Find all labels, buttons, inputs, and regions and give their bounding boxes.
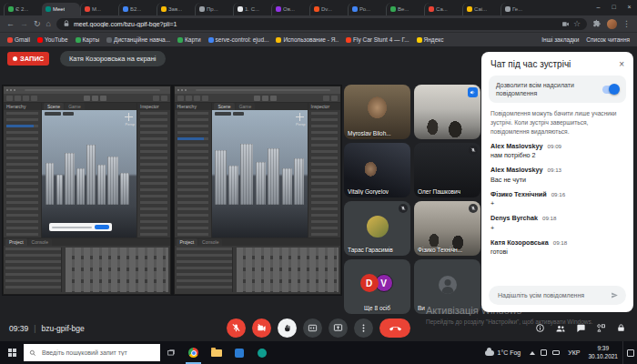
unity-tool-icon[interactable] bbox=[6, 96, 13, 101]
unity-view-options[interactable] bbox=[63, 112, 74, 116]
captions-button[interactable] bbox=[303, 318, 322, 338]
participant-tile-myroslav[interactable]: Myroslav Biloh... bbox=[344, 85, 410, 139]
browser-tab[interactable]: Є 2... bbox=[4, 3, 42, 15]
profile-avatar[interactable] bbox=[607, 19, 617, 29]
participant-tile-you[interactable]: Ви bbox=[414, 259, 480, 314]
toast-action-button[interactable] bbox=[95, 225, 109, 229]
unity-tool-icon[interactable] bbox=[31, 96, 37, 101]
more-options-button[interactable] bbox=[354, 318, 373, 338]
start-button[interactable] bbox=[0, 341, 24, 364]
close-icon[interactable]: × bbox=[619, 60, 624, 69]
taskbar-app-chrome[interactable] bbox=[182, 341, 205, 364]
raise-hand-button[interactable] bbox=[278, 318, 297, 338]
participant-tile-classroom[interactable] bbox=[414, 85, 480, 139]
browser-tab[interactable]: Ов... bbox=[271, 3, 309, 15]
unity-step-icon[interactable] bbox=[100, 96, 106, 101]
tray-expand-icon[interactable] bbox=[530, 351, 535, 355]
orientation-gizmo-icon[interactable] bbox=[296, 113, 304, 121]
unity-tool-icon[interactable] bbox=[161, 96, 167, 101]
bookmark-item[interactable]: Карти bbox=[177, 36, 200, 43]
taskbar-weather[interactable]: 1°C Fog bbox=[480, 349, 525, 356]
browser-tab[interactable]: Ро... bbox=[348, 3, 386, 15]
taskbar-app-explorer[interactable] bbox=[205, 341, 228, 364]
participant-tile-vitaliy[interactable]: Vitaliy Goryelov bbox=[344, 143, 410, 197]
unity-inspector-list[interactable] bbox=[140, 112, 167, 236]
chat-message-list[interactable]: Alex Maslovskyy09:09 нам потрібно 2 Alex… bbox=[481, 140, 633, 281]
browser-tab[interactable]: Зав... bbox=[157, 3, 195, 15]
reload-icon[interactable]: ↻ bbox=[34, 20, 41, 28]
browser-tab[interactable]: Са... bbox=[424, 3, 462, 15]
unity-scene-tab[interactable]: Scene bbox=[214, 103, 234, 110]
unity-step-icon[interactable] bbox=[270, 96, 277, 101]
unity-play-icon[interactable] bbox=[254, 96, 260, 101]
unity-tool-icon[interactable] bbox=[153, 96, 159, 101]
chat-icon[interactable] bbox=[576, 323, 586, 333]
tray-network-icon[interactable] bbox=[541, 349, 547, 356]
browser-tab[interactable]: Dv... bbox=[309, 3, 348, 15]
send-icon[interactable] bbox=[611, 291, 619, 299]
unity-play-icon[interactable] bbox=[84, 96, 90, 101]
browser-tab[interactable]: Б2... bbox=[118, 3, 157, 15]
end-call-button[interactable] bbox=[379, 318, 410, 338]
unity-shading-dropdown[interactable] bbox=[215, 112, 231, 116]
unity-asset-grid[interactable] bbox=[66, 248, 167, 292]
unity-asset-grid[interactable] bbox=[237, 248, 339, 292]
present-screen-button[interactable] bbox=[329, 318, 348, 338]
window-close-button[interactable]: × bbox=[622, 0, 637, 14]
unity-shading-dropdown[interactable] bbox=[45, 112, 61, 116]
bookmark-item[interactable]: Дистанційне навча... bbox=[106, 36, 170, 43]
home-icon[interactable]: ⌂ bbox=[46, 20, 51, 28]
browser-tab[interactable]: Саі... bbox=[462, 3, 500, 15]
window-maximize-button[interactable]: □ bbox=[606, 0, 622, 14]
unity-tool-icon[interactable] bbox=[15, 96, 21, 101]
unity-scene-tab[interactable]: Scene bbox=[44, 103, 64, 110]
unity-project-tab[interactable]: Project bbox=[5, 238, 27, 246]
unity-tool-icon[interactable] bbox=[186, 96, 192, 101]
bookmark-item[interactable]: Использование - Я.. bbox=[276, 36, 339, 43]
tray-battery-icon[interactable] bbox=[552, 350, 560, 355]
unity-tool-icon[interactable] bbox=[323, 96, 329, 101]
browser-tab[interactable]: Ге... bbox=[500, 3, 539, 15]
forward-icon[interactable]: → bbox=[20, 20, 28, 28]
unity-hierarchy-list[interactable] bbox=[177, 112, 209, 236]
taskbar-app-teal[interactable] bbox=[250, 341, 273, 364]
unity-game-tab[interactable]: Game bbox=[65, 103, 85, 110]
unity-notification-toast[interactable] bbox=[49, 223, 112, 231]
extensions-icon[interactable] bbox=[592, 19, 602, 28]
search-input[interactable] bbox=[40, 349, 155, 357]
unity-tool-icon[interactable] bbox=[331, 96, 338, 101]
participants-icon[interactable] bbox=[555, 323, 566, 334]
unity-pause-icon[interactable] bbox=[262, 96, 268, 101]
participant-tile-more[interactable]: D V Ще 8 осіб bbox=[344, 259, 410, 314]
address-bar[interactable]: meet.google.com/bzu-gpif-bge?pli=1 ☆ bbox=[56, 18, 587, 30]
unity-scene-viewport[interactable]: Persp bbox=[42, 110, 136, 238]
browser-menu-icon[interactable]: ⋮ bbox=[622, 20, 631, 28]
window-minimize-button[interactable]: – bbox=[591, 0, 606, 14]
bookmark-star-icon[interactable]: ☆ bbox=[573, 20, 581, 28]
back-icon[interactable]: ← bbox=[6, 20, 15, 28]
action-center-button[interactable] bbox=[622, 341, 637, 364]
unity-inspector-list[interactable] bbox=[311, 112, 339, 236]
unity-game-tab[interactable]: Game bbox=[236, 103, 256, 110]
taskbar-app-blue[interactable] bbox=[228, 341, 250, 364]
taskbar-search[interactable] bbox=[24, 344, 160, 361]
unity-folder-tree[interactable] bbox=[177, 248, 233, 292]
unity-tool-icon[interactable] bbox=[23, 96, 29, 101]
bookmark-item[interactable]: YouTube bbox=[37, 36, 68, 43]
mic-off-button[interactable] bbox=[227, 318, 246, 338]
task-view-button[interactable] bbox=[160, 341, 182, 364]
browser-tab[interactable]: 1. С... bbox=[233, 3, 271, 15]
host-controls-icon[interactable] bbox=[616, 323, 626, 333]
unity-folder-tree[interactable] bbox=[5, 248, 62, 292]
orientation-gizmo-icon[interactable] bbox=[125, 113, 133, 121]
bookmark-item[interactable]: Gmail bbox=[7, 36, 30, 43]
bookmark-item[interactable]: Яндекс bbox=[417, 36, 444, 43]
language-indicator[interactable]: УКР bbox=[564, 349, 583, 356]
taskbar-clock[interactable]: 9:39 30.10.2021 bbox=[583, 345, 622, 359]
activities-icon[interactable] bbox=[596, 323, 606, 333]
unity-project-tab[interactable]: Project bbox=[177, 238, 198, 246]
chat-input[interactable] bbox=[496, 291, 607, 299]
participant-tile-fizyko[interactable]: Фізико Технічн... bbox=[414, 201, 480, 256]
camera-off-button[interactable] bbox=[252, 318, 271, 338]
unity-hierarchy-list[interactable] bbox=[6, 112, 38, 236]
